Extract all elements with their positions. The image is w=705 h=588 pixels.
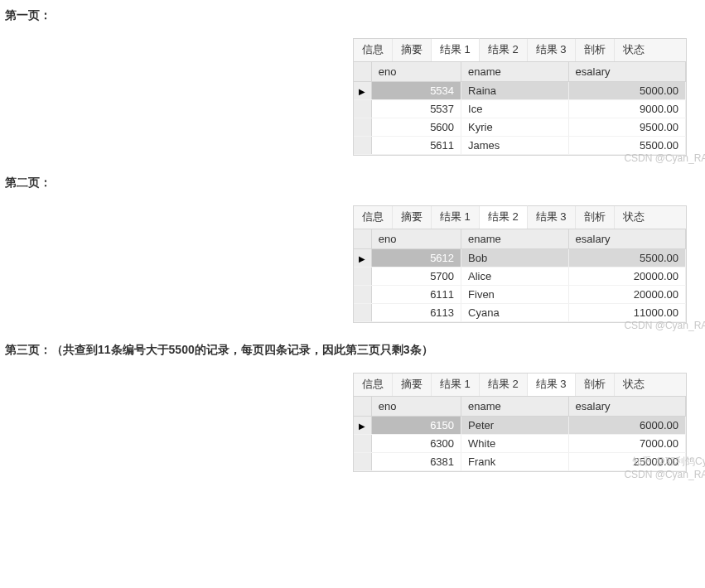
panel-page2: 信息 摘要 结果 1 结果 2 结果 3 剖析 状态 eno ename esa… <box>353 205 687 323</box>
tab-result3[interactable]: 结果 3 <box>528 39 576 61</box>
tab-result1[interactable]: 结果 1 <box>432 38 480 61</box>
col-header-eno[interactable]: eno <box>371 397 461 417</box>
cell-eno: 6111 <box>371 286 461 304</box>
table-row[interactable]: 6111 Fiven 20000.00 <box>354 286 686 304</box>
table-row[interactable]: 6113 Cyana 11000.00 <box>354 304 686 322</box>
tab-info[interactable]: 信息 <box>354 206 393 229</box>
tab-result2[interactable]: 结果 2 <box>480 374 528 396</box>
table-row[interactable]: 5611 James 5500.00 <box>354 137 686 155</box>
cell-eno: 5600 <box>371 118 461 137</box>
panel-page1: 信息 摘要 结果 1 结果 2 结果 3 剖析 状态 eno ename esa… <box>353 38 687 156</box>
table-header: eno ename esalary <box>354 62 686 82</box>
tab-status[interactable]: 状态 <box>615 39 653 61</box>
cell-eno: 5537 <box>371 100 461 118</box>
cell-ename: Alice <box>461 267 569 286</box>
cell-eno: 5700 <box>371 267 461 286</box>
col-header-esalary[interactable]: esalary <box>568 397 685 417</box>
tab-parse[interactable]: 剖析 <box>576 39 615 61</box>
row-marker <box>354 286 371 304</box>
cell-ename: Bob <box>461 249 569 267</box>
panel-page3: 信息 摘要 结果 1 结果 2 结果 3 剖析 状态 eno ename esa… <box>353 373 687 472</box>
cell-esalary: 6000.00 <box>568 417 685 435</box>
row-marker <box>354 453 371 471</box>
table-row[interactable]: 5700 Alice 20000.00 <box>354 267 686 286</box>
grid-page1: eno ename esalary ▶ 5534 Raina 5000.00 5… <box>353 61 687 156</box>
tab-summary[interactable]: 摘要 <box>393 374 432 396</box>
cell-esalary: 7000.00 <box>568 435 685 453</box>
heading-page2: 第二页： <box>5 176 705 190</box>
col-header-ename[interactable]: ename <box>461 62 569 82</box>
tab-status[interactable]: 状态 <box>615 374 653 396</box>
table-row[interactable]: ▶ 5612 Bob 5500.00 <box>354 249 686 267</box>
row-marker <box>354 304 371 322</box>
tab-info[interactable]: 信息 <box>354 39 393 61</box>
tab-result1[interactable]: 结果 1 <box>432 374 480 396</box>
row-pointer-icon: ▶ <box>354 249 371 267</box>
heading-page1: 第一页： <box>5 8 705 23</box>
cell-esalary: 20000.00 <box>568 267 685 286</box>
cell-esalary: 20000.00 <box>568 286 685 304</box>
table-header: eno ename esalary <box>354 229 686 249</box>
heading-page3: 第三页：（共查到11条编号大于5500的记录，每页四条记录，因此第三页只剩3条） <box>5 343 705 358</box>
tab-info[interactable]: 信息 <box>354 374 393 396</box>
cell-ename: James <box>461 137 569 155</box>
cell-ename: Raina <box>461 82 569 100</box>
tabs-page1: 信息 摘要 结果 1 结果 2 结果 3 剖析 状态 <box>353 38 687 61</box>
table-row[interactable]: ▶ 5534 Raina 5000.00 <box>354 82 686 100</box>
cell-eno: 6300 <box>371 435 461 453</box>
cell-esalary: 5000.00 <box>568 82 685 100</box>
row-pointer-icon: ▶ <box>354 82 371 100</box>
tab-summary[interactable]: 摘要 <box>393 39 432 61</box>
tab-result1[interactable]: 结果 1 <box>432 206 480 229</box>
cell-eno: 6113 <box>371 304 461 322</box>
table-row[interactable]: 5537 Ice 9000.00 <box>354 100 686 118</box>
cell-ename: Peter <box>461 417 569 435</box>
tab-result3[interactable]: 结果 3 <box>528 373 576 396</box>
cell-eno: 6150 <box>371 417 461 435</box>
grid-page3: eno ename esalary ▶ 6150 Peter 6000.00 6… <box>353 396 687 472</box>
section-page2: 第二页： 信息 摘要 结果 1 结果 2 结果 3 剖析 状态 eno enam… <box>5 176 705 323</box>
section-page1: 第一页： 信息 摘要 结果 1 结果 2 结果 3 剖析 状态 eno enam… <box>5 8 705 156</box>
cell-eno: 5612 <box>371 249 461 267</box>
cell-ename: Ice <box>461 100 569 118</box>
cell-ename: Kyrie <box>461 118 569 137</box>
col-header-ename[interactable]: ename <box>461 229 569 249</box>
cell-ename: Frank <box>461 453 569 471</box>
grid-page2: eno ename esalary ▶ 5612 Bob 5500.00 570… <box>353 229 687 323</box>
cell-eno: 5611 <box>371 137 461 155</box>
tab-status[interactable]: 状态 <box>615 206 653 229</box>
cell-esalary: 11000.00 <box>568 304 685 322</box>
col-header-ename[interactable]: ename <box>461 397 569 417</box>
tab-result2[interactable]: 结果 2 <box>480 205 528 229</box>
cell-esalary: 9000.00 <box>568 100 685 118</box>
row-marker <box>354 100 371 118</box>
tab-parse[interactable]: 剖析 <box>576 374 615 396</box>
table-header: eno ename esalary <box>354 397 686 417</box>
table-row[interactable]: 5600 Kyrie 9500.00 <box>354 118 686 137</box>
cell-esalary: 5500.00 <box>568 137 685 155</box>
col-header-esalary[interactable]: esalary <box>568 62 685 82</box>
row-marker-header <box>354 397 371 417</box>
tab-result2[interactable]: 结果 2 <box>480 39 528 61</box>
cell-esalary: 5500.00 <box>568 249 685 267</box>
col-header-eno[interactable]: eno <box>371 62 461 82</box>
cell-ename: Cyana <box>461 304 569 322</box>
tab-summary[interactable]: 摘要 <box>393 206 432 229</box>
cell-eno: 6381 <box>371 453 461 471</box>
row-marker-header <box>354 229 371 249</box>
row-marker <box>354 267 371 286</box>
cell-ename: White <box>461 435 569 453</box>
table-row[interactable]: ▶ 6150 Peter 6000.00 <box>354 417 686 435</box>
col-header-eno[interactable]: eno <box>371 229 461 249</box>
row-pointer-icon: ▶ <box>354 417 371 435</box>
tab-result3[interactable]: 结果 3 <box>528 206 576 229</box>
table-row[interactable]: 6300 White 7000.00 <box>354 435 686 453</box>
col-header-esalary[interactable]: esalary <box>568 229 685 249</box>
table-row[interactable]: 6381 Frank 25000.00 <box>354 453 686 471</box>
tab-parse[interactable]: 剖析 <box>576 206 615 229</box>
cell-esalary: 9500.00 <box>568 118 685 137</box>
cell-ename: Fiven <box>461 286 569 304</box>
cell-esalary: 25000.00 <box>568 453 685 471</box>
tabs-page2: 信息 摘要 结果 1 结果 2 结果 3 剖析 状态 <box>353 205 687 229</box>
section-page3: 第三页：（共查到11条编号大于5500的记录，每页四条记录，因此第三页只剩3条）… <box>5 343 705 472</box>
